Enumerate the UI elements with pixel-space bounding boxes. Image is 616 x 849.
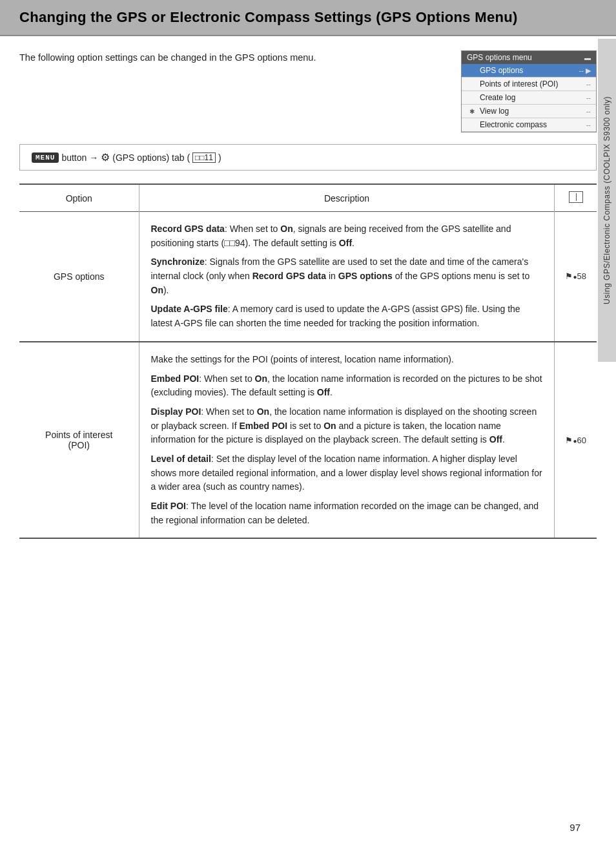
item4-label: View log: [480, 107, 584, 116]
desc-poi-p1: Make the settings for the POI (points of…: [151, 353, 543, 367]
ref-gps: ⚑●58: [555, 212, 597, 342]
menu-instruction-pageref: □□11: [192, 152, 216, 163]
bold-embed-poi: Embed POI: [151, 373, 200, 384]
table-row-gps-options: GPS options Record GPS data: When set to…: [19, 212, 597, 342]
desc-gps-p1: Record GPS data: When set to On, signals…: [151, 222, 543, 250]
sidebar-label: Using GPS/Electronic Compass (COOLPIX S9…: [602, 96, 611, 304]
menu-button-label: MENU: [32, 152, 59, 163]
page-title: Changing the GPS or Electronic Compass S…: [19, 9, 597, 26]
menu-instruction-close: ): [218, 152, 221, 163]
page-number: 97: [570, 822, 580, 833]
bold-level-detail: Level of detail: [151, 454, 211, 464]
menu-icon: ▬: [584, 54, 591, 61]
page-ref-poi: ⚑●60: [565, 435, 586, 445]
bold-off-2: Off: [317, 387, 330, 397]
gps-menu-item-4: ✱ View log --: [462, 105, 596, 118]
item5-value: --: [586, 121, 591, 129]
menu-instruction-rest: (GPS options) tab (: [112, 152, 190, 163]
gps-menu-item-2: Points of interest (POI) --: [462, 78, 596, 91]
col-header-description: Description: [139, 184, 555, 212]
item4-side-icon: ✱: [467, 108, 477, 115]
right-sidebar: Using GPS/Electronic Compass (COOLPIX S9…: [598, 39, 616, 362]
table-row-poi: Points of interest(POI) Make the setting…: [19, 342, 597, 539]
desc-poi-p2: Embed POI: When set to On, the location …: [151, 372, 543, 400]
bold-synchronize: Synchronize: [151, 257, 205, 267]
desc-text-poi: Make the settings for the POI (points of…: [151, 353, 543, 528]
item1-value: -- ▶: [579, 67, 591, 75]
option-label-gps: GPS options: [19, 212, 139, 342]
intro-paragraph: The following option settings can be cha…: [19, 50, 442, 65]
col-header-option: Option: [19, 184, 139, 212]
item4-value: --: [586, 107, 591, 115]
intro-text: The following option settings can be cha…: [19, 50, 442, 65]
bold-gps-options: GPS options: [338, 271, 393, 281]
desc-gps-p2: Synchronize: Signals from the GPS satell…: [151, 255, 543, 297]
item3-value: --: [586, 94, 591, 101]
description-poi: Make the settings for the POI (points of…: [139, 342, 555, 539]
bold-display-poi: Display POI: [151, 406, 201, 417]
desc-poi-p3: Display POI: When set to On, the locatio…: [151, 405, 543, 447]
bold-on-3: On: [255, 373, 267, 384]
gps-menu-item-3: Create log --: [462, 91, 596, 105]
options-table: Option Description GPS options Record GP…: [19, 183, 597, 539]
ref-poi: ⚑●60: [555, 342, 597, 539]
gps-menu-item-1: GPS options -- ▶: [462, 64, 596, 78]
gps-menu-screenshot: GPS options menu ▬ GPS options -- ▶ Poin…: [461, 50, 597, 132]
item2-label: Points of interest (POI): [480, 79, 584, 89]
bold-update-agps: Update A-GPS file: [151, 304, 228, 314]
book-icon-header: [569, 191, 583, 203]
item2-value: --: [586, 80, 591, 88]
option-label-poi: Points of interest(POI): [19, 342, 139, 539]
bold-record-gps: Record GPS data: [151, 224, 225, 234]
desc-poi-p4: Level of detail: Set the display level o…: [151, 452, 543, 494]
bold-embed-poi-2: Embed POI: [239, 421, 287, 431]
gps-menu-item-5: Electronic compass --: [462, 118, 596, 132]
gps-menu-titlebar: GPS options menu ▬: [462, 51, 596, 64]
gps-tab-icon: ⚙: [101, 151, 110, 163]
bold-off-1: Off: [339, 238, 352, 248]
bold-on-1: On: [280, 224, 293, 234]
intro-section: The following option settings can be cha…: [19, 50, 597, 132]
item5-label: Electronic compass: [480, 120, 584, 129]
bold-record-gps-2: Record GPS data: [252, 271, 326, 281]
bold-edit-poi: Edit POI: [151, 501, 186, 511]
desc-gps-p3: Update A-GPS file: A memory card is used…: [151, 302, 543, 330]
description-gps: Record GPS data: When set to On, signals…: [139, 212, 555, 342]
gps-menu-title: GPS options menu: [467, 53, 532, 62]
bold-on-2: On: [151, 285, 163, 295]
menu-instruction-text: button →: [61, 152, 98, 163]
desc-text-gps: Record GPS data: When set to On, signals…: [151, 222, 543, 331]
item3-label: Create log: [480, 93, 584, 102]
bold-on-4: On: [257, 406, 269, 417]
table-header-row: Option Description: [19, 184, 597, 212]
item1-label: GPS options: [480, 66, 577, 75]
main-content: The following option settings can be cha…: [0, 36, 616, 558]
page-ref-gps: ⚑●58: [565, 271, 586, 281]
col-header-ref: [555, 184, 597, 212]
bold-on-5: On: [323, 421, 336, 431]
bold-off-3: Off: [489, 434, 502, 445]
menu-instruction-box: MENU button → ⚙ (GPS options) tab ( □□11…: [19, 144, 597, 171]
page-header: Changing the GPS or Electronic Compass S…: [0, 0, 616, 36]
desc-poi-p5: Edit POI: The level of the location name…: [151, 499, 543, 527]
